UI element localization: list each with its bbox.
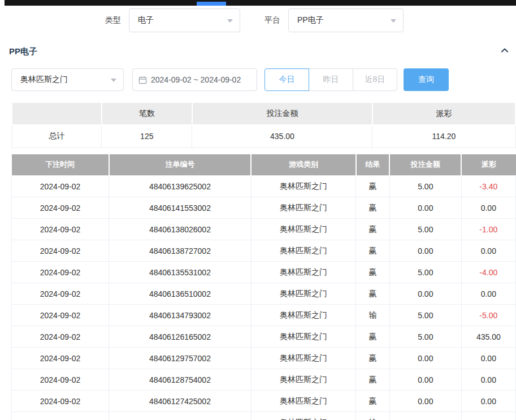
summary-total-label: 总计 (12, 125, 102, 148)
cell-bet-id: 48406138026002 (109, 219, 252, 240)
table-row: 2024-09-0248406125316002奥林匹斯之门输5.00-5.00 (12, 412, 516, 420)
cell-date: 2024-09-02 (12, 369, 109, 391)
cell-bet-id: 48406127425002 (109, 391, 252, 412)
cell-bet-id: 48406138727002 (109, 240, 252, 262)
page: 类型 电子 平台 PP电子 PP电子 奥林匹斯之门 (0, 8, 516, 420)
cell-amount: 0.00 (389, 197, 461, 219)
cell-game: 奥林匹斯之门 (251, 369, 356, 391)
collapse-section-button[interactable] (500, 46, 509, 57)
cell-payout: 0.00 (461, 240, 515, 262)
cell-date: 2024-09-02 (12, 262, 109, 283)
cell-amount: 5.00 (389, 219, 461, 240)
type-select[interactable]: 电子 (129, 8, 240, 32)
cell-payout: -1.00 (461, 219, 515, 240)
platform-label: 平台 (264, 15, 280, 25)
table-row: 2024-09-0248406134793002奥林匹斯之门输5.00-5.00 (12, 305, 516, 326)
type-label: 类型 (105, 15, 121, 25)
summary-header-empty (12, 102, 102, 125)
platform-select-value: PP电子 (297, 15, 324, 25)
cell-bet-id: 48406126165002 (109, 326, 252, 348)
cell-date: 2024-09-02 (12, 283, 109, 305)
cell-result: 赢 (356, 391, 390, 412)
cell-payout: -4.00 (461, 262, 515, 283)
summary-table: 笔数 投注金额 派彩 总计 125 435.00 114.20 (11, 102, 516, 148)
type-select-value: 电子 (138, 15, 154, 25)
cell-payout: 0.00 (461, 283, 515, 305)
table-row: 2024-09-0248406127425002奥林匹斯之门赢0.000.00 (12, 391, 516, 412)
chevron-down-icon (111, 79, 116, 82)
cell-bet-id: 48406136510002 (109, 283, 252, 305)
cell-game: 奥林匹斯之门 (251, 240, 356, 262)
cell-date: 2024-09-02 (12, 391, 109, 412)
table-row: 2024-09-0248406136510002奥林匹斯之门赢0.000.00 (12, 283, 516, 305)
today-button[interactable]: 今日 (264, 68, 309, 91)
game-select-value: 奥林匹斯之门 (20, 75, 68, 85)
cell-amount: 0.00 (389, 391, 461, 412)
date-range-value: 2024-09-02 ~ 2024-09-02 (151, 75, 241, 84)
cell-bet-id: 48406134793002 (109, 305, 252, 326)
cell-result: 赢 (356, 262, 390, 283)
cell-game: 奥林匹斯之门 (251, 176, 356, 197)
cell-bet-id: 48406129757002 (109, 348, 252, 369)
cell-date: 2024-09-02 (12, 176, 109, 197)
cell-bet-id: 48406135531002 (109, 262, 252, 283)
chevron-down-icon (227, 19, 233, 23)
calendar-icon (138, 76, 151, 84)
table-row: 2024-09-0248406138727002奥林匹斯之门赢0.000.00 (12, 240, 516, 262)
cell-game: 奥林匹斯之门 (251, 197, 356, 219)
quick-range-button-group: 今日 昨日 近8日 (264, 68, 397, 91)
cell-amount: 0.00 (389, 283, 461, 305)
toolbar: 奥林匹斯之门 2024-09-02 ~ 2024-09-02 今日 昨日 近8日… (11, 68, 516, 91)
last-8-days-button[interactable]: 近8日 (353, 68, 397, 91)
summary-total-bet-amount: 435.00 (192, 125, 372, 148)
active-tab-indicator (197, 2, 226, 6)
cell-amount: 5.00 (389, 326, 461, 348)
cell-game: 奥林匹斯之门 (251, 348, 356, 369)
cell-result: 赢 (356, 240, 390, 262)
cell-result: 赢 (356, 369, 390, 391)
top-nav-bar (5, 0, 516, 6)
cell-date: 2024-09-02 (12, 219, 109, 240)
cell-result: 赢 (356, 197, 390, 219)
cell-result: 赢 (356, 348, 390, 369)
cell-amount: 5.00 (389, 262, 461, 283)
cell-amount: 0.00 (389, 348, 461, 369)
summary-header-payout: 派彩 (372, 102, 515, 125)
table-row: 2024-09-0248406139625002奥林匹斯之门赢5.00-3.40 (12, 176, 516, 197)
cell-bet-id: 48406128754002 (109, 369, 252, 391)
table-row: 2024-09-0248406135531002奥林匹斯之门赢5.00-4.00 (12, 262, 516, 283)
cell-game: 奥林匹斯之门 (251, 219, 356, 240)
bet-table: 下注时间注单编号游戏类别结果投注金额派彩 2024-09-02484061396… (11, 154, 516, 420)
cell-payout: 0.00 (461, 391, 515, 412)
summary-header-bet-amount: 投注金额 (192, 102, 372, 125)
cell-game: 奥林匹斯之门 (251, 305, 356, 326)
summary-header-count: 笔数 (102, 102, 192, 125)
date-range-picker[interactable]: 2024-09-02 ~ 2024-09-02 (132, 68, 257, 91)
cell-payout: 0.00 (461, 348, 515, 369)
column-header: 派彩 (461, 154, 515, 176)
cell-bet-id: 48406125316002 (109, 412, 252, 420)
cell-date: 2024-09-02 (12, 326, 109, 348)
cell-game: 奥林匹斯之门 (251, 412, 356, 420)
chevron-up-icon (500, 46, 509, 57)
cell-amount: 0.00 (389, 240, 461, 262)
table-row: 2024-09-0248406126165002奥林匹斯之门赢5.00435.0… (12, 326, 516, 348)
cell-payout: -5.00 (461, 305, 515, 326)
bet-table-header-row: 下注时间注单编号游戏类别结果投注金额派彩 (12, 154, 516, 176)
yesterday-button[interactable]: 昨日 (309, 68, 353, 91)
cell-amount: 5.00 (389, 176, 461, 197)
cell-result: 输 (356, 412, 390, 420)
platform-select[interactable]: PP电子 (288, 8, 404, 32)
cell-payout: 0.00 (461, 369, 515, 391)
cell-result: 输 (356, 305, 390, 326)
cell-result: 赢 (356, 326, 390, 348)
column-header: 结果 (356, 154, 390, 176)
summary-total-payout: 114.20 (372, 125, 515, 148)
cell-payout: -3.40 (461, 176, 515, 197)
cell-payout: 435.00 (461, 326, 515, 348)
game-select[interactable]: 奥林匹斯之门 (11, 68, 124, 91)
cell-game: 奥林匹斯之门 (251, 391, 356, 412)
query-button[interactable]: 查询 (404, 68, 449, 91)
cell-date: 2024-09-02 (12, 305, 109, 326)
cell-bet-id: 48406141553002 (109, 197, 252, 219)
